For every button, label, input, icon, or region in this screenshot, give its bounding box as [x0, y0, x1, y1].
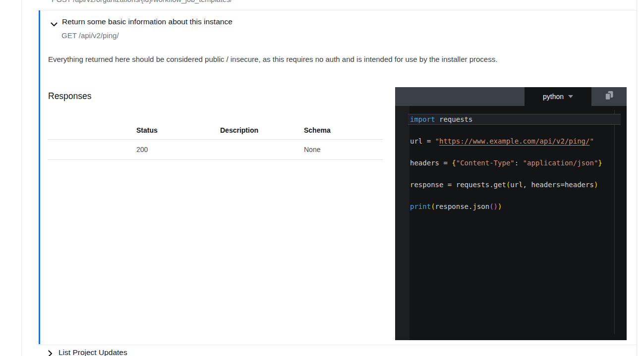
previous-endpoint-row[interactable]: POST /api/v2/organizations/{id}/workflow…: [52, 0, 232, 3]
code-token: ": [589, 137, 593, 145]
code-editor-area: import requestsurl = "https://www.exampl…: [395, 106, 627, 340]
code-token: https://www.example.com/api/v2/ping/: [439, 137, 589, 145]
code-token: "application/json": [523, 159, 598, 167]
responses-table-cell: 200: [131, 139, 215, 159]
code-token: }: [598, 159, 602, 167]
code-token: url =: [410, 137, 435, 145]
code-token: "Content-Type": [456, 159, 515, 167]
code-sample-panel: python import requestsurl = "https://www…: [395, 87, 627, 340]
code-header-spacer: [395, 87, 525, 106]
code-token: ": [435, 137, 439, 145]
code-token: :: [515, 159, 523, 167]
code-token: (): [489, 203, 498, 210]
responses-table-head-row: StatusDescriptionSchema: [48, 122, 383, 139]
expanded-section-accent-border: [39, 10, 40, 344]
copy-code-button[interactable]: [591, 87, 627, 106]
section-divider-top: [37, 10, 637, 10]
code-line: [410, 147, 621, 157]
code-token: requests: [435, 115, 473, 123]
code-panel-header: python: [395, 87, 627, 106]
responses-table: StatusDescriptionSchema 200None: [48, 122, 383, 160]
language-label: python: [543, 93, 564, 101]
responses-table-cell: [48, 139, 131, 159]
responses-table-header-cell: Schema: [299, 122, 383, 139]
responses-table-cell: None: [299, 139, 383, 159]
next-operation-title[interactable]: List Project Updates: [59, 348, 127, 356]
code-token: print: [410, 203, 431, 210]
chevron-down-icon: [568, 95, 573, 98]
language-select-dropdown[interactable]: python: [525, 87, 591, 106]
copy-icon: [605, 91, 614, 102]
section-divider-bottom: [37, 345, 637, 345]
code-token: ): [498, 203, 502, 210]
code-token: ): [594, 181, 598, 189]
code-line: url = "https://www.example.com/api/v2/pi…: [410, 136, 621, 147]
responses-table-body: 200None: [48, 139, 383, 159]
operation-endpoint: GET /api/v2/ping/: [61, 31, 119, 40]
api-docs-page: POST /api/v2/organizations/{id}/workflow…: [0, 0, 644, 356]
responses-table-header-cell: Description: [215, 122, 299, 139]
code-token: headers =: [410, 159, 452, 167]
chevron-down-icon[interactable]: [51, 20, 58, 29]
responses-table-cell: [215, 139, 299, 159]
code-token: url, headers=headers: [510, 181, 594, 189]
chevron-right-icon[interactable]: [48, 350, 53, 356]
code-token: import: [410, 115, 435, 123]
responses-table-row: 200None: [48, 139, 383, 159]
code-line: [410, 190, 621, 201]
code-line: response = requests.get(url, headers=hea…: [410, 179, 621, 190]
responses-table-header-cell: Status: [131, 122, 215, 139]
code-token: {: [452, 159, 456, 167]
code-line: import requests: [408, 114, 621, 125]
code-token: (: [431, 203, 435, 210]
responses-table-header-cell: [48, 122, 131, 139]
code-gutter: [395, 106, 410, 340]
code-token: response = requests.get: [410, 181, 506, 189]
operation-description: Everything returned here should be consi…: [48, 55, 608, 63]
code-lines: import requestsurl = "https://www.exampl…: [410, 114, 621, 212]
left-gutter-line: [21, 0, 22, 356]
responses-heading: Responses: [48, 91, 92, 102]
code-line: [410, 168, 621, 179]
operation-title[interactable]: Return some basic information about this…: [62, 17, 233, 26]
code-line: headers = {"Content-Type": "application/…: [410, 157, 621, 168]
code-line: [410, 125, 621, 136]
code-line: print(response.json()): [410, 201, 621, 212]
scrollbar-track-line: [637, 0, 637, 356]
code-token: response.json: [435, 203, 490, 210]
